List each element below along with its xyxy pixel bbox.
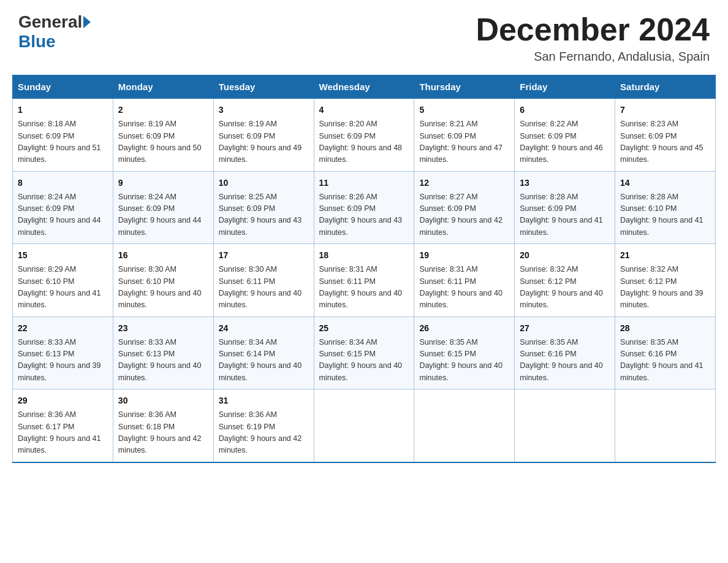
day-info: Sunrise: 8:36 AMSunset: 6:18 PMDaylight:… bbox=[118, 410, 202, 454]
day-info: Sunrise: 8:26 AMSunset: 6:09 PMDaylight:… bbox=[319, 193, 403, 237]
calendar-cell: 14 Sunrise: 8:28 AMSunset: 6:10 PMDaylig… bbox=[615, 171, 716, 244]
calendar-cell: 22 Sunrise: 8:33 AMSunset: 6:13 PMDaylig… bbox=[13, 316, 113, 389]
calendar-cell: 12 Sunrise: 8:27 AMSunset: 6:09 PMDaylig… bbox=[414, 171, 515, 244]
day-number: 5 bbox=[419, 104, 509, 117]
day-info: Sunrise: 8:30 AMSunset: 6:11 PMDaylight:… bbox=[219, 265, 302, 309]
calendar-cell: 31 Sunrise: 8:36 AMSunset: 6:19 PMDaylig… bbox=[213, 389, 314, 462]
day-info: Sunrise: 8:18 AMSunset: 6:09 PMDaylight:… bbox=[18, 120, 101, 164]
day-number: 19 bbox=[419, 249, 509, 262]
day-info: Sunrise: 8:36 AMSunset: 6:19 PMDaylight:… bbox=[219, 410, 302, 454]
weekday-header-sunday: Sunday bbox=[13, 75, 113, 99]
day-number: 13 bbox=[520, 177, 610, 190]
day-info: Sunrise: 8:30 AMSunset: 6:10 PMDaylight:… bbox=[118, 265, 202, 309]
calendar-body: 1 Sunrise: 8:18 AMSunset: 6:09 PMDayligh… bbox=[13, 99, 716, 462]
day-info: Sunrise: 8:19 AMSunset: 6:09 PMDaylight:… bbox=[219, 120, 302, 164]
logo-blue-text: Blue bbox=[18, 32, 56, 52]
day-info: Sunrise: 8:22 AMSunset: 6:09 PMDaylight:… bbox=[520, 120, 603, 164]
day-number: 2 bbox=[118, 104, 208, 117]
calendar-cell: 16 Sunrise: 8:30 AMSunset: 6:10 PMDaylig… bbox=[113, 244, 213, 317]
day-number: 12 bbox=[419, 177, 509, 190]
logo-general-word: General bbox=[18, 12, 82, 32]
calendar-table: SundayMondayTuesdayWednesdayThursdayFrid… bbox=[12, 75, 716, 463]
calendar-cell bbox=[515, 389, 615, 462]
day-info: Sunrise: 8:24 AMSunset: 6:09 PMDaylight:… bbox=[118, 193, 202, 237]
calendar-cell: 7 Sunrise: 8:23 AMSunset: 6:09 PMDayligh… bbox=[615, 99, 716, 172]
logo: General Blue bbox=[18, 12, 91, 52]
weekday-header-row: SundayMondayTuesdayWednesdayThursdayFrid… bbox=[13, 75, 716, 99]
day-number: 24 bbox=[219, 322, 309, 335]
day-number: 14 bbox=[620, 177, 710, 190]
calendar-week-5: 29 Sunrise: 8:36 AMSunset: 6:17 PMDaylig… bbox=[13, 389, 716, 462]
location-text: San Fernando, Andalusia, Spain bbox=[476, 50, 710, 64]
calendar-cell: 3 Sunrise: 8:19 AMSunset: 6:09 PMDayligh… bbox=[213, 99, 314, 172]
day-info: Sunrise: 8:36 AMSunset: 6:17 PMDaylight:… bbox=[18, 410, 101, 454]
calendar-cell: 24 Sunrise: 8:34 AMSunset: 6:14 PMDaylig… bbox=[213, 316, 314, 389]
calendar-cell: 2 Sunrise: 8:19 AMSunset: 6:09 PMDayligh… bbox=[113, 99, 213, 172]
day-number: 30 bbox=[118, 394, 208, 407]
calendar-cell: 17 Sunrise: 8:30 AMSunset: 6:11 PMDaylig… bbox=[213, 244, 314, 317]
day-info: Sunrise: 8:32 AMSunset: 6:12 PMDaylight:… bbox=[620, 265, 703, 309]
logo-arrow-icon bbox=[83, 16, 91, 28]
day-number: 25 bbox=[319, 322, 409, 335]
weekday-header-saturday: Saturday bbox=[615, 75, 716, 99]
calendar-cell: 8 Sunrise: 8:24 AMSunset: 6:09 PMDayligh… bbox=[13, 171, 113, 244]
calendar-header: SundayMondayTuesdayWednesdayThursdayFrid… bbox=[13, 75, 716, 99]
day-number: 3 bbox=[219, 104, 309, 117]
calendar-cell: 13 Sunrise: 8:28 AMSunset: 6:09 PMDaylig… bbox=[515, 171, 615, 244]
calendar-cell: 1 Sunrise: 8:18 AMSunset: 6:09 PMDayligh… bbox=[13, 99, 113, 172]
day-info: Sunrise: 8:23 AMSunset: 6:09 PMDaylight:… bbox=[620, 120, 703, 164]
calendar-cell: 5 Sunrise: 8:21 AMSunset: 6:09 PMDayligh… bbox=[414, 99, 515, 172]
calendar-cell: 30 Sunrise: 8:36 AMSunset: 6:18 PMDaylig… bbox=[113, 389, 213, 462]
calendar-cell: 15 Sunrise: 8:29 AMSunset: 6:10 PMDaylig… bbox=[13, 244, 113, 317]
day-number: 27 bbox=[520, 322, 610, 335]
day-info: Sunrise: 8:31 AMSunset: 6:11 PMDaylight:… bbox=[419, 265, 502, 309]
day-info: Sunrise: 8:28 AMSunset: 6:10 PMDaylight:… bbox=[620, 193, 703, 237]
day-number: 4 bbox=[319, 104, 409, 117]
day-number: 15 bbox=[18, 249, 108, 262]
day-number: 26 bbox=[419, 322, 509, 335]
calendar-cell: 28 Sunrise: 8:35 AMSunset: 6:16 PMDaylig… bbox=[615, 316, 716, 389]
calendar-week-3: 15 Sunrise: 8:29 AMSunset: 6:10 PMDaylig… bbox=[13, 244, 716, 317]
day-info: Sunrise: 8:31 AMSunset: 6:11 PMDaylight:… bbox=[319, 265, 403, 309]
calendar-cell: 21 Sunrise: 8:32 AMSunset: 6:12 PMDaylig… bbox=[615, 244, 716, 317]
day-number: 29 bbox=[18, 394, 108, 407]
weekday-header-thursday: Thursday bbox=[414, 75, 515, 99]
page-header: General Blue December 2024 San Fernando,… bbox=[12, 12, 716, 64]
day-number: 20 bbox=[520, 249, 610, 262]
day-number: 6 bbox=[520, 104, 610, 117]
day-number: 31 bbox=[219, 394, 309, 407]
day-info: Sunrise: 8:27 AMSunset: 6:09 PMDaylight:… bbox=[419, 193, 502, 237]
weekday-header-friday: Friday bbox=[515, 75, 615, 99]
calendar-cell: 26 Sunrise: 8:35 AMSunset: 6:15 PMDaylig… bbox=[414, 316, 515, 389]
calendar-cell: 25 Sunrise: 8:34 AMSunset: 6:15 PMDaylig… bbox=[314, 316, 414, 389]
calendar-cell bbox=[414, 389, 515, 462]
calendar-cell: 9 Sunrise: 8:24 AMSunset: 6:09 PMDayligh… bbox=[113, 171, 213, 244]
weekday-header-wednesday: Wednesday bbox=[314, 75, 414, 99]
calendar-week-4: 22 Sunrise: 8:33 AMSunset: 6:13 PMDaylig… bbox=[13, 316, 716, 389]
calendar-week-1: 1 Sunrise: 8:18 AMSunset: 6:09 PMDayligh… bbox=[13, 99, 716, 172]
day-info: Sunrise: 8:33 AMSunset: 6:13 PMDaylight:… bbox=[118, 338, 202, 382]
calendar-cell: 29 Sunrise: 8:36 AMSunset: 6:17 PMDaylig… bbox=[13, 389, 113, 462]
calendar-cell: 11 Sunrise: 8:26 AMSunset: 6:09 PMDaylig… bbox=[314, 171, 414, 244]
weekday-header-monday: Monday bbox=[113, 75, 213, 99]
day-number: 11 bbox=[319, 177, 409, 190]
calendar-cell: 20 Sunrise: 8:32 AMSunset: 6:12 PMDaylig… bbox=[515, 244, 615, 317]
day-info: Sunrise: 8:35 AMSunset: 6:16 PMDaylight:… bbox=[620, 338, 703, 382]
day-number: 17 bbox=[219, 249, 309, 262]
calendar-week-2: 8 Sunrise: 8:24 AMSunset: 6:09 PMDayligh… bbox=[13, 171, 716, 244]
calendar-cell bbox=[314, 389, 414, 462]
day-info: Sunrise: 8:21 AMSunset: 6:09 PMDaylight:… bbox=[419, 120, 502, 164]
day-info: Sunrise: 8:35 AMSunset: 6:16 PMDaylight:… bbox=[520, 338, 603, 382]
day-number: 23 bbox=[118, 322, 208, 335]
logo-general-text: General bbox=[18, 12, 91, 32]
calendar-cell: 19 Sunrise: 8:31 AMSunset: 6:11 PMDaylig… bbox=[414, 244, 515, 317]
day-info: Sunrise: 8:29 AMSunset: 6:10 PMDaylight:… bbox=[18, 265, 101, 309]
day-info: Sunrise: 8:32 AMSunset: 6:12 PMDaylight:… bbox=[520, 265, 603, 309]
day-number: 9 bbox=[118, 177, 208, 190]
day-info: Sunrise: 8:34 AMSunset: 6:14 PMDaylight:… bbox=[219, 338, 302, 382]
calendar-cell: 23 Sunrise: 8:33 AMSunset: 6:13 PMDaylig… bbox=[113, 316, 213, 389]
day-number: 22 bbox=[18, 322, 108, 335]
day-number: 1 bbox=[18, 104, 108, 117]
calendar-cell: 27 Sunrise: 8:35 AMSunset: 6:16 PMDaylig… bbox=[515, 316, 615, 389]
day-number: 18 bbox=[319, 249, 409, 262]
